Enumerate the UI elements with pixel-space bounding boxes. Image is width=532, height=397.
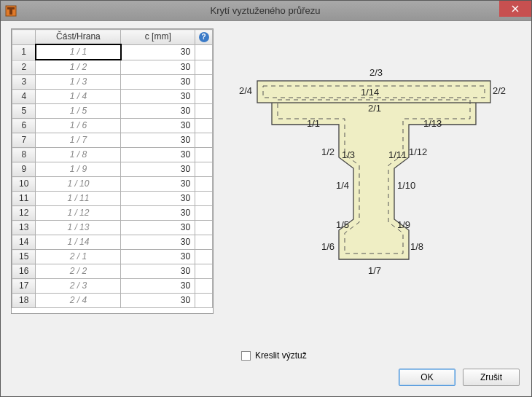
- cell-c[interactable]: 30: [121, 90, 195, 104]
- row-number[interactable]: 2: [12, 60, 36, 75]
- cell-c[interactable]: 30: [121, 235, 195, 250]
- draw-reinforcement-row: Kreslit výztuž: [241, 350, 307, 361]
- label-1-9: 1/9: [397, 219, 410, 230]
- cell-blank: [195, 60, 213, 75]
- table-row[interactable]: 21 / 230: [12, 60, 213, 75]
- row-number[interactable]: 12: [12, 206, 36, 221]
- cancel-button[interactable]: Zrušit: [463, 369, 520, 386]
- cell-edge[interactable]: 1 / 2: [36, 60, 121, 75]
- cell-c[interactable]: 30: [121, 162, 195, 177]
- table-row[interactable]: 11 / 130: [12, 44, 213, 60]
- cell-c[interactable]: 30: [121, 206, 195, 221]
- cell-edge[interactable]: 1 / 5: [36, 104, 121, 119]
- col-head-rownum[interactable]: [12, 30, 36, 45]
- cell-c[interactable]: 30: [121, 294, 195, 308]
- row-number[interactable]: 18: [12, 294, 36, 308]
- cell-blank: [195, 75, 213, 90]
- cell-blank: [195, 162, 213, 177]
- table-row[interactable]: 81 / 830: [12, 148, 213, 162]
- cell-edge[interactable]: 1 / 12: [36, 206, 121, 221]
- cell-c[interactable]: 30: [121, 60, 195, 75]
- titlebar: Krytí vyztuženého průřezu: [1, 1, 531, 21]
- row-number[interactable]: 10: [12, 177, 36, 192]
- table-row[interactable]: 182 / 430: [12, 294, 213, 308]
- cell-edge[interactable]: 2 / 1: [36, 250, 121, 264]
- draw-reinforcement-checkbox[interactable]: [241, 351, 251, 361]
- help-icon[interactable]: ?: [199, 32, 209, 42]
- table-row[interactable]: 111 / 1130: [12, 192, 213, 206]
- row-number[interactable]: 13: [12, 221, 36, 235]
- row-number[interactable]: 6: [12, 119, 36, 133]
- cell-edge[interactable]: 1 / 14: [36, 235, 121, 250]
- table-row[interactable]: 31 / 330: [12, 75, 213, 90]
- table-row[interactable]: 61 / 630: [12, 119, 213, 133]
- col-head-help[interactable]: ?: [195, 30, 213, 45]
- table-row[interactable]: 141 / 1430: [12, 235, 213, 250]
- cell-blank: [195, 148, 213, 162]
- cell-c[interactable]: 30: [121, 221, 195, 235]
- table-row[interactable]: 101 / 1030: [12, 177, 213, 192]
- cell-c[interactable]: 30: [121, 279, 195, 294]
- grid[interactable]: Část/Hrana c [mm] ? 11 / 13021 / 23031 /…: [12, 29, 213, 308]
- label-1-13: 1/13: [423, 118, 442, 129]
- content-area: Část/Hrana c [mm] ? 11 / 13021 / 23031 /…: [1, 21, 531, 363]
- cell-c[interactable]: 30: [121, 148, 195, 162]
- col-head-c[interactable]: c [mm]: [121, 30, 195, 45]
- label-1-1: 1/1: [307, 118, 320, 129]
- table-row[interactable]: 51 / 530: [12, 104, 213, 119]
- cell-edge[interactable]: 2 / 3: [36, 279, 121, 294]
- row-number[interactable]: 7: [12, 133, 36, 148]
- row-number[interactable]: 8: [12, 148, 36, 162]
- cell-edge[interactable]: 1 / 8: [36, 148, 121, 162]
- row-number[interactable]: 15: [12, 250, 36, 264]
- cell-edge[interactable]: 1 / 9: [36, 162, 121, 177]
- table-row[interactable]: 121 / 1230: [12, 206, 213, 221]
- cell-c[interactable]: 30: [121, 133, 195, 148]
- cell-edge[interactable]: 2 / 4: [36, 294, 121, 308]
- cell-edge[interactable]: 1 / 7: [36, 133, 121, 148]
- cell-edge[interactable]: 1 / 1: [36, 44, 121, 60]
- cell-edge[interactable]: 1 / 10: [36, 177, 121, 192]
- row-number[interactable]: 16: [12, 264, 36, 279]
- cell-blank: [195, 119, 213, 133]
- cell-c[interactable]: 30: [121, 75, 195, 90]
- table-row[interactable]: 152 / 130: [12, 250, 213, 264]
- cell-c[interactable]: 30: [121, 119, 195, 133]
- row-number[interactable]: 9: [12, 162, 36, 177]
- cell-edge[interactable]: 1 / 13: [36, 221, 121, 235]
- row-number[interactable]: 1: [12, 44, 36, 60]
- table-row[interactable]: 162 / 230: [12, 264, 213, 279]
- label-1-4: 1/4: [336, 180, 349, 191]
- cell-edge[interactable]: 1 / 3: [36, 75, 121, 90]
- row-number[interactable]: 11: [12, 192, 36, 206]
- ok-button[interactable]: OK: [399, 369, 455, 386]
- table-row[interactable]: 172 / 330: [12, 279, 213, 294]
- cell-edge[interactable]: 1 / 4: [36, 90, 121, 104]
- cell-edge[interactable]: 2 / 2: [36, 264, 121, 279]
- cell-c[interactable]: 30: [121, 104, 195, 119]
- cell-edge[interactable]: 1 / 6: [36, 119, 121, 133]
- cell-c[interactable]: 30: [121, 264, 195, 279]
- table-row[interactable]: 131 / 1330: [12, 221, 213, 235]
- cell-c[interactable]: 30: [121, 177, 195, 192]
- table-row[interactable]: 71 / 730: [12, 133, 213, 148]
- cell-edge[interactable]: 1 / 11: [36, 192, 121, 206]
- row-number[interactable]: 5: [12, 104, 36, 119]
- cell-c[interactable]: 30: [121, 44, 195, 60]
- cell-blank: [195, 279, 213, 294]
- row-number[interactable]: 3: [12, 75, 36, 90]
- close-button[interactable]: [499, 1, 531, 17]
- row-number[interactable]: 14: [12, 235, 36, 250]
- cell-blank: [195, 44, 213, 60]
- row-number[interactable]: 4: [12, 90, 36, 104]
- label-2-4: 2/4: [239, 85, 252, 96]
- cross-section-diagram: 2/3 2/4 2/2 1/14 2/1 1/1 1/13 1/2 1/3 1/…: [235, 66, 512, 299]
- row-number[interactable]: 17: [12, 279, 36, 294]
- table-row[interactable]: 41 / 430: [12, 90, 213, 104]
- col-head-edge[interactable]: Část/Hrana: [36, 30, 121, 45]
- cell-c[interactable]: 30: [121, 192, 195, 206]
- cell-blank: [195, 206, 213, 221]
- cell-c[interactable]: 30: [121, 250, 195, 264]
- window-title: Krytí vyztuženého průřezu: [21, 5, 509, 16]
- table-row[interactable]: 91 / 930: [12, 162, 213, 177]
